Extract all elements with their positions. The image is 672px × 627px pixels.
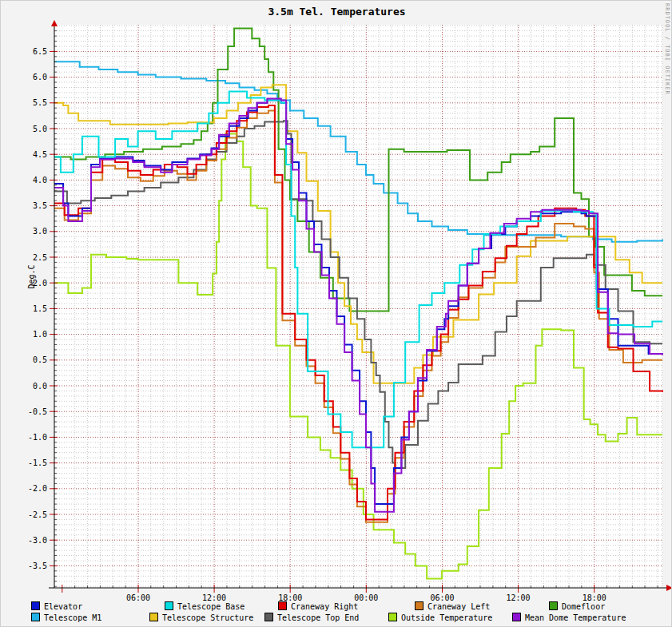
y-tick-label: 2.0 bbox=[33, 279, 47, 288]
legend-swatch-craneway_right bbox=[278, 601, 287, 610]
y-tick-label: 6.5 bbox=[33, 47, 47, 56]
y-tick-label: -0.5 bbox=[28, 407, 47, 416]
legend-swatch-telescope_top_end bbox=[264, 613, 273, 621]
chart-window: 3.5m Tel. Temperatures Deg.C 6.56.05.55.… bbox=[0, 0, 672, 627]
legend-swatch-mean_dome_temperature bbox=[512, 613, 521, 621]
legend-label: Elevator bbox=[44, 602, 82, 611]
legend-label: Telescope Top End bbox=[277, 613, 359, 622]
legend-label: Outside Temperature bbox=[401, 613, 492, 622]
legend-item-outside_temperature: Outside Temperature bbox=[388, 613, 492, 622]
legend-item-telescope_m1: Telescope M1 bbox=[31, 613, 101, 622]
y-tick-label: 3.5 bbox=[33, 201, 47, 210]
y-tick-label: 6.0 bbox=[33, 73, 47, 81]
legend-swatch-telescope_m1 bbox=[31, 613, 40, 621]
x-tick-label: 06:00 bbox=[126, 593, 150, 602]
legend-item-domefloor: Domefloor bbox=[549, 601, 605, 611]
y-tick-label: -2.5 bbox=[28, 510, 47, 519]
y-tick-label: 1.5 bbox=[33, 304, 47, 313]
y-tick-label: 1.0 bbox=[33, 330, 47, 339]
y-tick-label: 4.0 bbox=[33, 176, 47, 185]
rrdtool-watermark: RRDTOOL / TOBI OETIKER bbox=[664, 3, 670, 95]
y-tick-label: 5.5 bbox=[33, 98, 47, 107]
x-axis-arrow-icon bbox=[666, 585, 672, 591]
legend-item-elevator: Elevator bbox=[31, 601, 82, 611]
legend-label: Craneway Left bbox=[427, 602, 490, 611]
x-tick-label: 12:00 bbox=[507, 593, 531, 602]
legend-swatch-telescope_base bbox=[165, 601, 173, 610]
legend-item-craneway_right: Craneway Right bbox=[278, 601, 358, 611]
y-tick-label: 3.0 bbox=[33, 227, 47, 236]
y-tick-label: 4.5 bbox=[33, 150, 47, 159]
y-tick-label: -1.0 bbox=[28, 433, 47, 442]
y-tick-label: -3.0 bbox=[28, 536, 47, 545]
legend-label: Telescope M1 bbox=[44, 613, 101, 622]
y-tick-label: -3.5 bbox=[28, 562, 47, 570]
legend-swatch-elevator bbox=[31, 601, 40, 610]
legend-swatch-outside_temperature bbox=[388, 613, 397, 621]
legend-item-mean_dome_temperature: Mean Dome Temperature bbox=[512, 613, 626, 622]
legend-label: Mean Dome Temperature bbox=[525, 613, 626, 622]
y-tick-label: 0.0 bbox=[33, 382, 47, 391]
y-tick-label: 2.5 bbox=[33, 253, 47, 262]
legend-label: Domefloor bbox=[562, 602, 605, 611]
y-tick-label: -1.5 bbox=[28, 458, 47, 467]
legend-item-telescope_structure: Telescope Structure bbox=[149, 613, 253, 622]
temperature-plot: 6.56.05.55.04.54.03.53.02.52.01.51.00.50… bbox=[1, 1, 672, 627]
plot-area bbox=[54, 25, 662, 588]
legend-item-craneway_left: Craneway Left bbox=[415, 601, 490, 611]
y-tick-label: -2.0 bbox=[28, 484, 47, 493]
y-axis-arrow-icon bbox=[51, 20, 58, 26]
legend-item-telescope_base: Telescope Base bbox=[165, 601, 245, 611]
y-tick-label: 0.5 bbox=[33, 355, 47, 364]
legend-label: Craneway Right bbox=[291, 602, 358, 611]
legend-label: Telescope Base bbox=[177, 602, 245, 611]
y-tick-label: 5.0 bbox=[33, 125, 47, 133]
legend-swatch-domefloor bbox=[549, 601, 558, 610]
legend-swatch-telescope_structure bbox=[149, 613, 158, 621]
legend-item-telescope_top_end: Telescope Top End bbox=[264, 613, 359, 622]
legend-swatch-craneway_left bbox=[415, 601, 423, 610]
legend-label: Telescope Structure bbox=[162, 613, 253, 622]
